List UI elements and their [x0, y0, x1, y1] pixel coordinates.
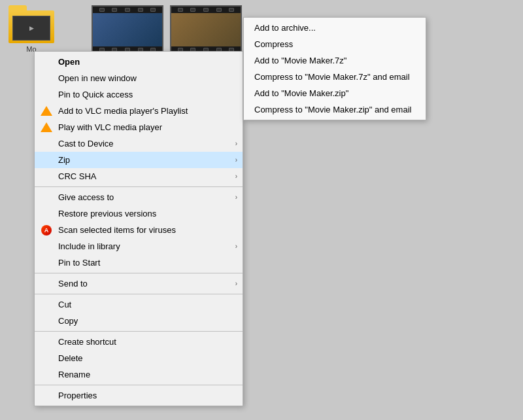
menu-label-rename: Rename — [58, 370, 232, 379]
zip-submenu: Add to archive... Compress Add to "Movie… — [243, 17, 426, 120]
menu-label-create-shortcut: Create shortcut — [58, 337, 232, 347]
menu-label-send-to: Send to — [58, 279, 232, 289]
menu-item-add-vlc-playlist[interactable]: Add to VLC media player's Playlist — [35, 103, 243, 119]
menu-item-delete[interactable]: Delete — [35, 350, 243, 366]
arrow-icon-library: › — [235, 243, 237, 250]
menu-item-pin-start[interactable]: Pin to Start — [35, 254, 243, 271]
menu-label-cast-device: Cast to Device — [58, 139, 232, 149]
menu-label-zip: Zip — [58, 155, 232, 165]
video-thumbnail-1 — [92, 5, 163, 54]
menu-item-create-shortcut[interactable]: Create shortcut — [35, 334, 243, 350]
menu-label-play-vlc: Play with VLC media player — [58, 122, 232, 132]
menu-label-include-library: Include in library — [58, 241, 232, 251]
arrow-icon-zip: › — [235, 156, 237, 164]
submenu-item-add-zip[interactable]: Add to "Movie Maker.zip" — [244, 85, 426, 101]
submenu-label-compress: Compress — [254, 39, 293, 49]
menu-label-delete: Delete — [58, 353, 232, 363]
menu-item-zip[interactable]: Zip › Add to archive... Compress Add to … — [35, 152, 243, 168]
menu-item-pin-quick-access[interactable]: Pin to Quick access — [35, 86, 243, 103]
menu-label-open-new-window: Open in new window — [58, 73, 232, 83]
menu-label-add-vlc-playlist: Add to VLC media player's Playlist — [58, 106, 232, 116]
menu-label-crc-sha: CRC SHA — [58, 171, 232, 181]
desktop: ▶ Mo — [0, 0, 523, 420]
menu-label-pin-quick-access: Pin to Quick access — [58, 90, 232, 99]
vlc-icon-2 — [40, 121, 53, 134]
separator-1 — [35, 186, 243, 187]
menu-label-cut: Cut — [58, 300, 232, 309]
submenu-label-compress-7z-email: Compress to "Movie Maker.7z" and email — [254, 72, 410, 82]
menu-item-cast-device[interactable]: Cast to Device › — [35, 135, 243, 152]
menu-item-restore-versions[interactable]: Restore previous versions — [35, 205, 243, 222]
menu-label-scan-viruses: Scan selected items for viruses — [58, 225, 232, 235]
vlc-icon-1 — [40, 105, 53, 118]
menu-item-play-vlc[interactable]: Play with VLC media player — [35, 119, 243, 135]
separator-4 — [35, 331, 243, 332]
menu-item-copy[interactable]: Copy — [35, 313, 243, 329]
menu-label-give-access: Give access to — [58, 192, 232, 202]
submenu-item-compress-7z-email[interactable]: Compress to "Movie Maker.7z" and email — [244, 69, 426, 85]
menu-item-send-to[interactable]: Send to › — [35, 275, 243, 292]
menu-label-properties: Properties — [58, 391, 232, 400]
arrow-icon-send-to: › — [235, 280, 237, 287]
submenu-item-compress[interactable]: Compress — [244, 36, 426, 52]
menu-item-scan-viruses[interactable]: A Scan selected items for viruses — [35, 222, 243, 238]
menu-item-include-library[interactable]: Include in library › — [35, 238, 243, 254]
desktop-folder-icon[interactable]: ▶ Mo — [5, 5, 58, 53]
separator-5 — [35, 385, 243, 385]
separator-3 — [35, 294, 243, 294]
menu-item-crc-sha[interactable]: CRC SHA › — [35, 168, 243, 184]
submenu-label-compress-zip-email: Compress to "Movie Maker.zip" and email — [254, 105, 411, 114]
menu-label-restore-versions: Restore previous versions — [58, 209, 232, 219]
submenu-label-add-zip: Add to "Movie Maker.zip" — [254, 88, 348, 98]
avast-icon: A — [40, 224, 53, 237]
submenu-item-compress-zip-email[interactable]: Compress to "Movie Maker.zip" and email — [244, 101, 426, 118]
menu-item-give-access[interactable]: Give access to › — [35, 189, 243, 205]
menu-label-open: Open — [58, 57, 232, 67]
arrow-icon-give-access: › — [235, 194, 237, 201]
submenu-item-add-archive[interactable]: Add to archive... — [244, 20, 426, 36]
menu-label-copy: Copy — [58, 316, 232, 326]
menu-item-open-new-window[interactable]: Open in new window — [35, 70, 243, 86]
video-thumbnail-2 — [170, 5, 242, 54]
arrow-icon-crc: › — [235, 173, 237, 180]
menu-item-rename[interactable]: Rename — [35, 366, 243, 383]
context-menu: Open Open in new window Pin to Quick acc… — [34, 51, 243, 406]
menu-item-cut[interactable]: Cut — [35, 296, 243, 313]
arrow-icon-cast: › — [235, 140, 237, 147]
menu-item-properties[interactable]: Properties — [35, 387, 243, 404]
submenu-label-add-7z: Add to "Movie Maker.7z" — [254, 56, 346, 65]
separator-2 — [35, 273, 243, 273]
menu-label-pin-start: Pin to Start — [58, 258, 232, 268]
submenu-label-add-archive: Add to archive... — [254, 23, 316, 33]
menu-item-open[interactable]: Open — [35, 54, 243, 70]
submenu-item-add-7z[interactable]: Add to "Movie Maker.7z" — [244, 52, 426, 69]
